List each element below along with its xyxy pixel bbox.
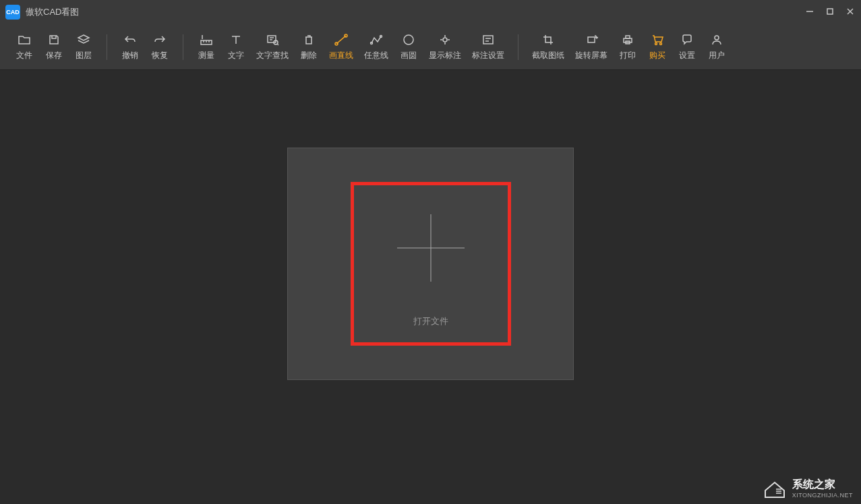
text-icon: [230, 32, 242, 47]
maximize-button[interactable]: [825, 7, 835, 18]
text-search-icon: [266, 32, 279, 47]
rotate-icon: [585, 32, 598, 47]
app-icon: CAD: [5, 5, 20, 20]
plus-icon: [397, 214, 465, 282]
redo-icon: [153, 32, 167, 47]
text-search-button[interactable]: 文字查找: [251, 30, 294, 64]
purchase-button[interactable]: 购买: [643, 30, 672, 64]
trash-icon: [303, 32, 315, 47]
text-button[interactable]: 文字: [221, 30, 251, 64]
open-panel: 打开文件: [287, 148, 574, 380]
crop-button[interactable]: 截取图纸: [527, 30, 570, 64]
show-annotations-button[interactable]: 显示标注: [423, 30, 467, 64]
svg-line-15: [277, 44, 278, 45]
polyline-button[interactable]: 任意线: [359, 30, 394, 64]
save-icon: [48, 32, 60, 47]
open-file-label: 打开文件: [413, 315, 448, 327]
svg-rect-32: [626, 36, 630, 38]
undo-button[interactable]: 撤销: [115, 30, 145, 64]
folder-icon: [18, 32, 31, 47]
titlebar: CAD 傲软CAD看图: [0, 0, 861, 24]
annotation-show-icon: [438, 32, 452, 47]
rotate-button[interactable]: 旋转屏幕: [570, 30, 613, 64]
line-button[interactable]: 画直线: [324, 30, 359, 64]
minimize-button[interactable]: [804, 7, 815, 18]
svg-point-21: [404, 35, 413, 44]
line-icon: [334, 32, 348, 47]
crop-icon: [542, 32, 554, 47]
print-button[interactable]: 打印: [613, 30, 643, 64]
delete-button[interactable]: 删除: [294, 30, 324, 64]
layers-button[interactable]: 图层: [69, 30, 98, 64]
chat-icon: [681, 32, 693, 47]
file-button[interactable]: 文件: [9, 30, 39, 64]
watermark: 系统之家 XITONGZHIJIA.NET: [763, 478, 853, 499]
save-button[interactable]: 保存: [39, 30, 69, 64]
toolbar: 文件 保存 图层 撤销 恢复: [0, 24, 861, 70]
app-title: 傲软CAD看图: [26, 6, 79, 18]
svg-line-16: [336, 36, 346, 44]
circle-button[interactable]: 画圆: [394, 30, 423, 64]
watermark-sub: XITONGZHIJIA.NET: [792, 492, 853, 499]
window-controls: [804, 7, 856, 18]
watermark-main: 系统之家: [792, 478, 835, 492]
undo-icon: [123, 32, 137, 47]
measure-button[interactable]: 测量: [191, 30, 221, 64]
svg-point-34: [655, 43, 657, 45]
svg-point-36: [715, 36, 719, 40]
svg-point-35: [660, 43, 662, 45]
divider: [518, 34, 518, 60]
svg-rect-30: [588, 37, 595, 42]
divider: [107, 34, 107, 60]
settings-button[interactable]: 设置: [672, 30, 702, 64]
user-icon: [711, 32, 723, 47]
cart-icon: [651, 32, 664, 47]
annotation-settings-icon: [481, 32, 495, 47]
user-button[interactable]: 用户: [702, 30, 732, 64]
svg-rect-27: [483, 36, 493, 44]
annotation-settings-button[interactable]: 标注设置: [467, 30, 510, 64]
canvas-area: 打开文件: [0, 70, 861, 504]
titlebar-left: CAD 傲软CAD看图: [5, 5, 79, 20]
circle-icon: [403, 32, 415, 47]
svg-point-22: [443, 38, 447, 42]
svg-rect-1: [827, 9, 833, 14]
redo-button[interactable]: 恢复: [145, 30, 175, 64]
layers-icon: [77, 32, 90, 47]
divider: [183, 34, 183, 60]
ruler-icon: [200, 32, 213, 47]
open-file-button[interactable]: 打开文件: [351, 182, 511, 346]
polyline-icon: [369, 32, 383, 47]
print-icon: [622, 32, 634, 47]
close-button[interactable]: [845, 7, 856, 18]
watermark-logo-icon: [763, 478, 787, 499]
svg-rect-31: [624, 38, 632, 42]
